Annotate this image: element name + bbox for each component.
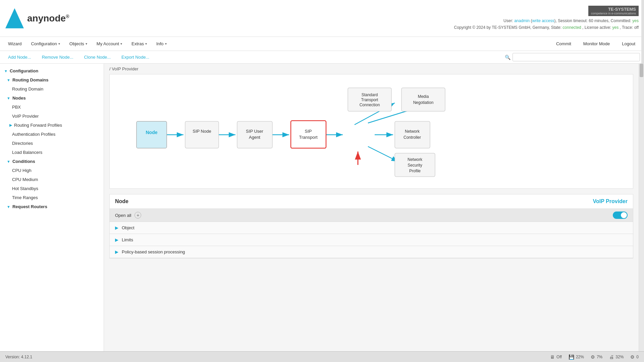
memory-item: ⚙ 7% [591, 354, 602, 360]
memory-label: 7% [597, 355, 602, 359]
clone-node-button[interactable]: Clone Node... [80, 53, 115, 61]
svg-text:Agent: Agent [249, 135, 260, 140]
nav-my-account[interactable]: My Account ▾ [93, 39, 126, 48]
diagram-area: Node SIP Node SIP User Agent SIP Transpo… [109, 74, 633, 189]
svg-text:Connection: Connection [360, 103, 380, 107]
username-link[interactable]: anadmin [514, 18, 530, 23]
monitor-mode-button[interactable]: Monitor Mode [579, 40, 614, 48]
add-node-button[interactable]: Add Node... [4, 53, 35, 61]
memory-icon: ⚙ [591, 354, 595, 360]
sidebar-routing-domain[interactable]: Routing Domain [0, 84, 104, 94]
sidebar-pbx[interactable]: PBX [0, 103, 104, 112]
cpu-item: 💾 22% [569, 354, 584, 360]
export-node-button[interactable]: Export Node... [117, 53, 153, 61]
svg-text:Media: Media [418, 94, 429, 99]
nav-extras[interactable]: Extras ▾ [127, 39, 151, 48]
routing-domains-label: Routing Domains [12, 77, 49, 82]
open-all-plus-button[interactable]: + [135, 212, 141, 219]
svg-rect-18 [291, 121, 326, 148]
logo-icon [5, 8, 24, 28]
sidebar-nodes[interactable]: ▼ Nodes [0, 94, 104, 103]
main-body: ▼ Configuration ▼ Routing Domains Routin… [0, 64, 644, 351]
sidebar-voip-provider[interactable]: VoIP Provider [0, 112, 104, 121]
te-systems-badge: TE-SYSTEMS competence in e-communication… [588, 6, 639, 16]
nav-objects[interactable]: Objects ▾ [65, 39, 91, 48]
logout-button[interactable]: Logout [617, 40, 640, 48]
request-routers-arrow-icon: ▼ [7, 205, 10, 209]
nodes-label: Nodes [12, 96, 26, 101]
sidebar-time-ranges[interactable]: Time Ranges [0, 193, 104, 202]
object-label: Object [122, 225, 135, 230]
breadcrumb: / VoIP Provider [104, 64, 639, 74]
monitor-icon: 🖥 [550, 354, 555, 360]
svg-text:Controller: Controller [404, 135, 421, 140]
sidebar: ▼ Configuration ▼ Routing Domains Routin… [0, 64, 104, 351]
sidebar-cpu-high[interactable]: CPU High [0, 166, 104, 175]
status-line: User: anadmin (write access), Session ti… [454, 17, 639, 31]
request-routers-label: Request Routers [12, 204, 47, 209]
cpu-icon: 💾 [569, 354, 574, 360]
right-scrollbar[interactable] [639, 64, 644, 351]
state-status: connected [562, 25, 581, 30]
sidebar-auth-profiles[interactable]: Authentication Profiles [0, 130, 104, 139]
nav-configuration[interactable]: Configuration ▾ [27, 39, 64, 48]
sidebar-cpu-medium[interactable]: CPU Medium [0, 175, 104, 184]
alerts-item: ⚙ 0 [630, 354, 639, 360]
nav-info[interactable]: Info ▾ [152, 39, 171, 48]
svg-text:Network: Network [408, 157, 423, 162]
cpu-label: 22% [576, 355, 584, 359]
svg-rect-13 [185, 121, 219, 148]
svg-text:Negotiation: Negotiation [413, 100, 434, 105]
config-arrow-icon: ▼ [4, 69, 8, 73]
nav-left: Wizard Configuration ▾ Objects ▾ My Acco… [4, 39, 171, 48]
svg-text:SIP: SIP [305, 129, 312, 134]
svg-rect-25 [401, 88, 445, 111]
conditions-arrow-icon: ▼ [7, 160, 10, 164]
bottom-section: Node VoIP Provider Open all + ▶ Object ▶… [109, 194, 633, 258]
svg-text:Security: Security [408, 163, 422, 168]
sidebar-load-balancers[interactable]: Load Balancers [0, 148, 104, 157]
svg-text:SIP User: SIP User [246, 129, 263, 134]
search-icon: 🔍 [505, 55, 511, 60]
toolbar: Add Node... Remove Node... Clone Node...… [0, 51, 644, 64]
disk-label: 32% [615, 355, 624, 359]
svg-text:Standard: Standard [362, 93, 378, 97]
top-header: anynode® TE-SYSTEMS competence in e-comm… [0, 0, 644, 37]
content-area: / VoIP Provider [104, 64, 639, 351]
object-section[interactable]: ▶ Object [110, 222, 633, 234]
open-all-row: Open all + [110, 209, 633, 222]
bottom-title: Node [115, 198, 128, 204]
sidebar-request-routers[interactable]: ▼ Request Routers [0, 202, 104, 211]
limits-section[interactable]: ▶ Limits [110, 234, 633, 246]
search-input[interactable] [513, 53, 640, 61]
toggle-switch[interactable] [613, 212, 628, 219]
remove-node-button[interactable]: Remove Node... [38, 53, 77, 61]
routing-forward-label: Routing Forward Profiles [14, 123, 62, 128]
policy-session-arrow-icon: ▶ [115, 249, 118, 254]
footer: Version: 4.12.1 🖥 Off 💾 22% ⚙ 7% 🖨 32% ⚙… [0, 351, 644, 362]
access-link[interactable]: write access [532, 18, 554, 23]
sidebar-hot-standbys[interactable]: Hot Standbys [0, 184, 104, 193]
logo-text: anynode® [27, 13, 69, 24]
svg-text:SIP Node: SIP Node [193, 129, 211, 134]
svg-text:Node: Node [146, 130, 158, 135]
sidebar-routing-domains[interactable]: ▼ Routing Domains [0, 75, 104, 84]
sidebar-conditions[interactable]: ▼ Conditions [0, 157, 104, 166]
committed-status: yes [632, 18, 639, 23]
commit-button[interactable]: Commit [551, 40, 576, 48]
nav-wizard[interactable]: Wizard [4, 39, 25, 48]
trace-status: off [634, 25, 639, 30]
sidebar-routing-forward[interactable]: ▶ Routing Forward Profiles [0, 121, 104, 130]
policy-session-section[interactable]: ▶ Policy-based session processing [110, 246, 633, 258]
search-area: 🔍 [505, 53, 640, 61]
bottom-header: Node VoIP Provider [110, 194, 633, 209]
conditions-label: Conditions [12, 159, 35, 164]
policy-session-label: Policy-based session processing [122, 249, 185, 254]
svg-line-9 [368, 146, 398, 162]
sidebar-directories[interactable]: Directories [0, 139, 104, 148]
monitor-label: Off [556, 355, 562, 359]
disk-item: 🖨 32% [609, 354, 624, 360]
sidebar-config-header[interactable]: ▼ Configuration [0, 66, 104, 75]
alerts-label: 0 [636, 355, 639, 359]
limits-label: Limits [122, 237, 133, 242]
